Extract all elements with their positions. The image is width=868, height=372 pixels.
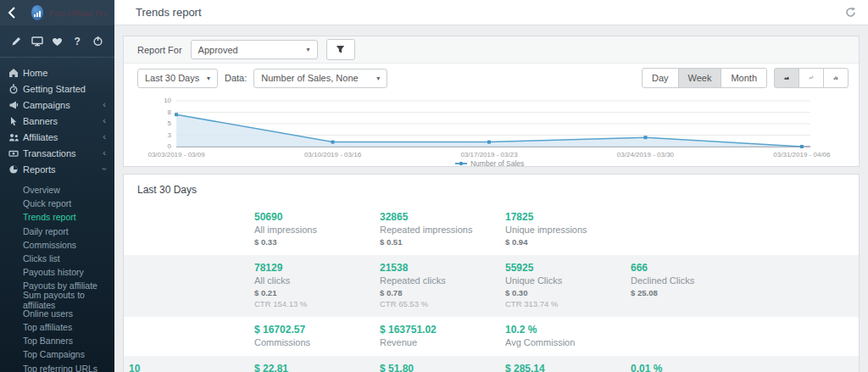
stat-cell-empty bbox=[627, 324, 753, 348]
caret-down-icon: ▾ bbox=[307, 46, 310, 53]
stat-value: 17825 bbox=[505, 211, 627, 224]
page-title: Trends report bbox=[136, 6, 845, 19]
sidebar-item-payouts-history[interactable]: Payouts history bbox=[0, 265, 114, 279]
chart-type-button-group bbox=[774, 68, 849, 88]
stat-value: $ 22.81 bbox=[254, 363, 376, 372]
report-for-select[interactable]: Approved ▾ bbox=[191, 40, 318, 59]
sidebar-item-label: Campaigns bbox=[23, 100, 103, 110]
trend-chart[interactable]: 10853003/03/2019 - 03/0903/10/2019 - 03/… bbox=[124, 92, 859, 169]
refresh-icon[interactable] bbox=[845, 7, 856, 18]
report-for-label: Report For bbox=[137, 45, 182, 55]
back-chevron-icon[interactable] bbox=[7, 6, 23, 19]
chevron-left-icon: ‹ bbox=[103, 132, 106, 142]
sidebar-item-quick-report[interactable]: Quick report bbox=[0, 197, 114, 210]
stat-label: All impressions bbox=[254, 224, 376, 236]
area-chart-button[interactable] bbox=[774, 68, 799, 88]
stat-label: All clicks bbox=[254, 275, 376, 286]
stat-cell-empty bbox=[627, 211, 753, 247]
chevron-down-icon: ‹ bbox=[100, 168, 109, 171]
bar-chart-icon bbox=[833, 74, 838, 82]
svg-text:03/10/2019 - 03/16: 03/10/2019 - 03/16 bbox=[304, 151, 362, 158]
day-button[interactable]: Day bbox=[642, 68, 679, 88]
trends-chart-card: Report For Approved ▾ Last 30 Days ▾ Dat… bbox=[123, 36, 860, 167]
monitor-icon[interactable] bbox=[29, 33, 46, 50]
stats-row-commissions: $ 16702.57 Commissions $ 163751.02 Reven… bbox=[124, 317, 859, 356]
stat-value: 32865 bbox=[380, 211, 502, 224]
sidebar-item-label: Getting Started bbox=[23, 84, 106, 94]
svg-text:Number of Sales: Number of Sales bbox=[470, 159, 524, 168]
home-icon bbox=[8, 68, 23, 78]
svg-text:03/31/2019 - 04/06: 03/31/2019 - 04/06 bbox=[773, 151, 831, 158]
content-area: Report For Approved ▾ Last 30 Days ▾ Dat… bbox=[114, 25, 868, 372]
data-series-value: Number of Sales, None bbox=[261, 73, 358, 83]
svg-text:03/17/2019 - 03/23: 03/17/2019 - 03/23 bbox=[460, 151, 518, 158]
stat-cell-unique-impressions: 17825 Unique impressions $ 0.94 bbox=[502, 211, 627, 247]
sidebar-item-trends-report[interactable]: Trends report bbox=[0, 210, 114, 224]
question-icon[interactable]: ? bbox=[69, 33, 86, 50]
svg-text:10: 10 bbox=[164, 97, 171, 105]
stats-title: Last 30 Days bbox=[124, 175, 859, 204]
pencil-icon[interactable] bbox=[8, 33, 25, 50]
stat-value: $ 16702.57 bbox=[254, 324, 376, 336]
bar-chart-button[interactable] bbox=[823, 68, 849, 88]
reports-submenu: Overview Quick report Trends report Dail… bbox=[0, 183, 114, 372]
sidebar-item-campaigns[interactable]: Campaigns ‹ bbox=[0, 97, 114, 113]
sidebar-item-daily-report[interactable]: Daily report bbox=[0, 225, 114, 238]
stopwatch-icon bbox=[8, 84, 23, 94]
stat-cell-repeated-impressions: 32865 Repeated impressions $ 0.51 bbox=[376, 211, 502, 247]
sidebar-item-top-campaigns[interactable]: Top Campaigns bbox=[0, 347, 114, 361]
sidebar-item-top-referring-urls[interactable]: Top referring URLs bbox=[0, 361, 114, 372]
stat-label: Commissions bbox=[254, 336, 376, 348]
stat-value: $ 163751.02 bbox=[380, 324, 502, 336]
stat-cell-empty bbox=[125, 262, 251, 309]
chevron-left-icon: ‹ bbox=[103, 100, 106, 109]
chart-toolbar: Last 30 Days ▾ Data: Number of Sales, No… bbox=[124, 64, 859, 92]
sidebar-item-reports[interactable]: Reports ‹ bbox=[0, 161, 114, 177]
stat-cell-empty bbox=[125, 211, 251, 247]
date-range-select[interactable]: Last 30 Days ▾ bbox=[137, 69, 218, 88]
stat-cell-conversion: 0.01 % Conversion bbox=[627, 363, 753, 372]
sidebar-header: Post Affiliate Pro bbox=[0, 0, 114, 25]
app-logo-text: Post Affiliate Pro bbox=[48, 8, 108, 18]
sidebar-item-overview[interactable]: Overview bbox=[0, 183, 114, 197]
funnel-icon bbox=[336, 45, 345, 54]
svg-text:8: 8 bbox=[168, 108, 172, 116]
sidebar-item-affiliates[interactable]: Affiliates ‹ bbox=[0, 129, 114, 145]
line-chart-icon bbox=[809, 74, 814, 82]
trend-chart-svg: 10853003/03/2019 - 03/0903/10/2019 - 03/… bbox=[127, 94, 855, 169]
report-filter-row: Report For Approved ▾ bbox=[124, 36, 859, 64]
svg-text:03/03/2019 - 03/09: 03/03/2019 - 03/09 bbox=[147, 151, 205, 158]
stat-cell-all-impressions: 50690 All impressions $ 0.33 bbox=[251, 211, 376, 247]
sidebar-item-top-banners[interactable]: Top Banners bbox=[0, 334, 114, 347]
sidebar-item-transactions[interactable]: Transactions ‹ bbox=[0, 145, 114, 161]
month-button[interactable]: Month bbox=[721, 68, 767, 88]
sidebar-item-top-affiliates[interactable]: Top affiliates bbox=[0, 320, 114, 334]
week-button[interactable]: Week bbox=[678, 68, 722, 88]
sidebar-item-label: Transactions bbox=[23, 148, 103, 158]
svg-text:3: 3 bbox=[168, 131, 172, 139]
stat-value: 10 bbox=[129, 363, 251, 372]
period-button-group: Day Week Month bbox=[642, 68, 767, 88]
stat-sub: $ 0.94 bbox=[505, 237, 527, 247]
page-header: Trends report bbox=[114, 0, 868, 25]
sidebar-item-commissions[interactable]: Commissions bbox=[0, 238, 114, 252]
power-icon[interactable] bbox=[89, 33, 106, 50]
sidebar-item-banners[interactable]: Banners ‹ bbox=[0, 113, 114, 129]
heart-icon[interactable] bbox=[48, 33, 65, 50]
line-chart-button[interactable] bbox=[798, 68, 824, 88]
stats-row-impressions: 50690 All impressions $ 0.33 32865 Repea… bbox=[124, 204, 859, 255]
sidebar-toolbar: ? bbox=[0, 25, 114, 58]
sidebar-item-sum-payouts[interactable]: Sum payouts to affiliates bbox=[0, 293, 114, 307]
stat-sub: $ 0.30 bbox=[505, 288, 527, 297]
filter-button[interactable] bbox=[326, 39, 355, 60]
sidebar-item-getting-started[interactable]: Getting Started bbox=[0, 81, 114, 97]
stat-value: 50690 bbox=[254, 211, 376, 224]
sidebar-item-home[interactable]: Home bbox=[0, 64, 114, 81]
money-icon bbox=[8, 148, 23, 158]
data-series-select[interactable]: Number of Sales, None ▾ bbox=[253, 69, 387, 88]
stat-cell-repeated-clicks: 21538 Repeated clicks $ 0.78 CTR 65.53 % bbox=[376, 262, 502, 309]
chevron-left-icon: ‹ bbox=[103, 148, 106, 158]
stat-cell-empty bbox=[125, 324, 251, 348]
stat-label: Unique Clicks bbox=[505, 275, 627, 286]
sidebar-item-clicks-list[interactable]: Clicks list bbox=[0, 252, 114, 265]
